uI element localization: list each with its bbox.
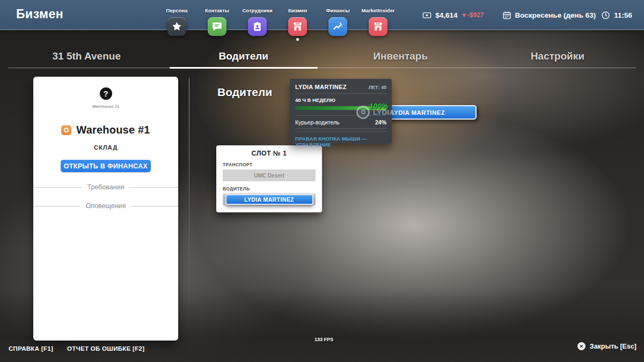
energy-progress-bar: 100%	[295, 106, 386, 110]
tab-address[interactable]: 31 5th Avenue	[8, 45, 165, 68]
tab-settings[interactable]: Настройки	[479, 45, 636, 68]
transport-label: ТРАНСПОРТ	[223, 162, 316, 167]
money-value: $4,614	[435, 11, 457, 19]
tooltip-role: Курьер-водитель	[295, 119, 340, 125]
time-display[interactable]: 11:56	[601, 11, 632, 20]
tooltip-driver-name: LYDIA MARTINEZ	[295, 84, 347, 90]
tab-inventory[interactable]: Инвентарь	[322, 45, 479, 68]
close-icon: ✕	[577, 342, 586, 350]
help-link[interactable]: СПРАВКА [F1]	[9, 345, 53, 352]
money-icon	[422, 11, 431, 20]
drivers-heading: Водители	[217, 86, 272, 99]
help-icon[interactable]: ?	[100, 87, 112, 100]
requirements-section: Требования	[33, 183, 178, 191]
business-title: Warehouse #1	[76, 124, 150, 136]
driver-tooltip: LYDIA MARTINEZ ЛЕТ: 40 40 Ч В НЕДЕЛЮ 100…	[290, 79, 392, 144]
vehicle-slot-card: СЛОТ № 1 ТРАНСПОРТ UMC Desert ВОДИТЕЛЬ L…	[216, 145, 322, 212]
bug-report-link[interactable]: ОТЧЕТ ОБ ОШИБКЕ [F2]	[67, 345, 144, 352]
nav-item-marketinsider[interactable]: MarketInsider	[358, 0, 398, 41]
nav-item-staff[interactable]: Сотрудники	[237, 0, 277, 41]
id-badge-icon	[248, 17, 267, 36]
driver-label: ВОДИТЕЛЬ	[223, 186, 316, 191]
transport-select[interactable]: UMC Desert	[223, 169, 316, 181]
time-value: 11:56	[614, 11, 632, 19]
business-mini-title: Warehouse #1	[92, 104, 120, 109]
nav-item-finance[interactable]: Финансы	[318, 0, 358, 41]
main-nav: Персона Контакты Сотрудники Бизмен Фи	[157, 0, 398, 41]
nav-item-persona[interactable]: Персона	[157, 0, 197, 41]
tooltip-driver-age: ЛЕТ: 40	[369, 85, 386, 90]
panel-divider	[189, 78, 189, 307]
clock-icon	[601, 11, 610, 20]
close-button[interactable]: ✕ Закрыть [Esc]	[577, 342, 636, 350]
tab-drivers[interactable]: Водители	[165, 45, 323, 68]
fps-counter: 133 FPS	[314, 337, 333, 342]
tooltip-role-percent: 24%	[375, 119, 386, 125]
business-tabs: 31 5th Avenue Водители Инвентарь Настрой…	[8, 45, 636, 68]
slot-title: СЛОТ № 1	[223, 150, 316, 157]
active-nav-dot	[296, 38, 299, 41]
topbar-status: $4,614 ▾ -$927 Воскресенье (день 63) 11:…	[422, 0, 632, 30]
trend-chart-icon	[328, 17, 347, 36]
progress-percent: 100%	[370, 102, 389, 110]
business-type: СКЛАД	[94, 144, 118, 151]
star-icon	[167, 17, 186, 36]
storefront-icon	[288, 17, 307, 36]
nav-item-contacts[interactable]: Контакты	[197, 0, 237, 41]
business-icon	[61, 125, 71, 135]
tooltip-hint: ПРАВАЯ КНОПКА МЫШИ — УПРАВЛЕНИЕ	[295, 136, 386, 147]
date-value: Воскресенье (день 63)	[515, 11, 596, 19]
money-delta: ▾ -$927	[462, 11, 484, 19]
open-in-finances-button[interactable]: ОТКРЫТЬ В ФИНАНСАХ	[61, 160, 151, 172]
chat-icon	[208, 17, 226, 36]
driver-select[interactable]: LYDIA MARTINEZ	[223, 194, 316, 205]
calendar-icon	[502, 11, 511, 20]
alerts-section: Оповещения	[33, 202, 178, 210]
assigned-driver-chip[interactable]: LYDIA MARTINEZ	[225, 194, 313, 205]
storefront-icon	[369, 17, 387, 36]
date-display[interactable]: Воскресенье (день 63)	[502, 11, 596, 20]
nav-item-bizmen[interactable]: Бизмен	[277, 0, 318, 41]
business-info-panel: ? Warehouse #1 Warehouse #1 СКЛАД ОТКРЫТ…	[33, 77, 178, 341]
topbar: Бизмен Персона Контакты Сотрудники Бизме…	[0, 0, 644, 30]
money-display[interactable]: $4,614 ▾ -$927	[422, 11, 484, 20]
app-title: Бизмен	[16, 7, 63, 21]
